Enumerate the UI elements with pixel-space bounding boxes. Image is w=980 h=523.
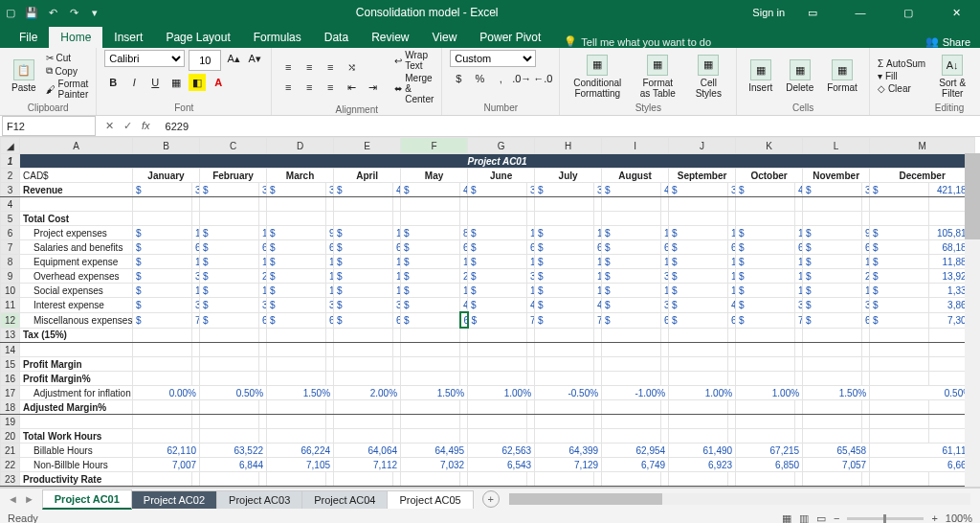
zoom-in-icon[interactable]: + — [931, 512, 937, 523]
tab-nav-prev-icon[interactable]: ◄ — [8, 493, 18, 505]
col-header-I[interactable]: I — [602, 138, 669, 154]
row-header[interactable]: 16 — [1, 372, 20, 386]
sort-filter-button[interactable]: A↓Sort & Filter — [931, 53, 973, 101]
paste-button[interactable]: 📋Paste — [8, 57, 40, 95]
formula-bar-value[interactable]: 6229 — [166, 121, 980, 132]
row-header[interactable]: 2 — [1, 169, 20, 183]
sheet-tab-ac01[interactable]: Project AC01 — [42, 489, 132, 510]
align-center-icon[interactable]: ≡ — [301, 79, 318, 96]
fx-icon[interactable]: fx — [142, 120, 150, 132]
col-header-B[interactable]: B — [133, 138, 200, 154]
tab-power-pivot[interactable]: Power Pivot — [468, 27, 552, 48]
align-middle-icon[interactable]: ≡ — [301, 58, 318, 76]
autosum-button[interactable]: ΣAutoSum — [878, 58, 925, 69]
sheet-tab-ac04[interactable]: Project AC04 — [301, 490, 388, 509]
col-header-D[interactable]: D — [267, 138, 334, 154]
close-button[interactable]: ✕ — [936, 0, 976, 25]
row-header[interactable]: 17 — [1, 386, 20, 400]
clear-button[interactable]: ◇Clear — [878, 83, 925, 94]
row-header[interactable]: 15 — [1, 357, 20, 372]
decrease-indent-icon[interactable]: ⇤ — [343, 79, 360, 96]
row-header[interactable]: 14 — [1, 343, 20, 357]
row-header[interactable]: 13 — [1, 328, 20, 343]
orientation-icon[interactable]: ⤭ — [343, 58, 360, 76]
name-box[interactable]: F12 — [2, 116, 96, 136]
border-button[interactable]: ▦ — [167, 74, 185, 91]
format-painter-button[interactable]: 🖌Format Painter — [46, 79, 89, 100]
insert-cells-button[interactable]: ▦Insert — [745, 57, 776, 95]
row-header[interactable]: 11 — [1, 298, 20, 313]
format-cells-button[interactable]: ▦Format — [823, 57, 861, 95]
font-name-select[interactable]: Calibri — [104, 50, 185, 67]
row-header[interactable]: 8 — [1, 255, 20, 269]
tab-page-layout[interactable]: Page Layout — [154, 27, 241, 48]
copy-button[interactable]: ⧉Copy — [46, 65, 89, 77]
merge-center-button[interactable]: ⬌Merge & Center — [394, 73, 434, 104]
col-header-A[interactable]: A — [20, 138, 133, 154]
row-header[interactable]: 19 — [1, 415, 20, 429]
align-right-icon[interactable]: ≡ — [322, 79, 339, 96]
percent-icon[interactable]: % — [471, 70, 488, 87]
tab-formulas[interactable]: Formulas — [242, 27, 313, 48]
tell-me-search[interactable]: 💡 Tell me what you want to do — [564, 35, 711, 48]
sheet-tab-ac03[interactable]: Project AC03 — [216, 490, 302, 509]
row-header[interactable]: 9 — [1, 269, 20, 284]
zoom-slider[interactable] — [847, 517, 924, 520]
maximize-button[interactable]: ▢ — [888, 0, 928, 25]
sheet-tab-ac05[interactable]: Project AC05 — [387, 490, 473, 509]
row-header[interactable]: 4 — [1, 197, 20, 212]
vertical-scrollbar[interactable] — [965, 153, 980, 487]
font-size-input[interactable] — [189, 50, 221, 71]
col-header-E[interactable]: E — [334, 138, 401, 154]
redo-icon[interactable]: ↷ — [67, 6, 80, 19]
col-header-H[interactable]: H — [535, 138, 602, 154]
conditional-formatting-button[interactable]: ▦Conditional Formatting — [568, 53, 627, 101]
bold-button[interactable]: B — [104, 74, 122, 91]
new-sheet-button[interactable]: + — [482, 490, 500, 508]
col-header-C[interactable]: C — [200, 138, 267, 154]
tab-home[interactable]: Home — [49, 27, 102, 48]
ribbon-options-icon[interactable]: ▭ — [792, 0, 833, 25]
minimize-button[interactable]: — — [840, 0, 880, 25]
tab-nav-next-icon[interactable]: ► — [24, 493, 34, 505]
horizontal-scrollbar[interactable] — [509, 493, 970, 505]
currency-icon[interactable]: $ — [450, 70, 467, 87]
tab-review[interactable]: Review — [360, 27, 420, 48]
increase-indent-icon[interactable]: ⇥ — [364, 79, 381, 96]
row-header[interactable]: 22 — [1, 458, 20, 472]
col-header-K[interactable]: K — [736, 138, 803, 154]
align-left-icon[interactable]: ≡ — [279, 79, 297, 96]
autosave-icon[interactable]: ▢ — [4, 6, 17, 19]
row-header[interactable]: 7 — [1, 240, 20, 255]
row-header[interactable]: 5 — [1, 212, 20, 226]
view-page-icon[interactable]: ▥ — [799, 512, 809, 524]
row-header[interactable]: 6 — [1, 226, 20, 240]
decrease-decimal-icon[interactable]: ←.0 — [534, 70, 551, 87]
italic-button[interactable]: I — [125, 74, 143, 91]
tab-view[interactable]: View — [421, 27, 469, 48]
signin-link[interactable]: Sign in — [752, 7, 785, 18]
col-header-M[interactable]: M — [870, 138, 975, 154]
row-header[interactable]: 1 — [1, 154, 20, 169]
share-button[interactable]: 👥 Share — [925, 35, 970, 48]
format-as-table-button[interactable]: ▦Format as Table — [633, 53, 682, 101]
row-header[interactable]: 24 — [1, 487, 20, 489]
row-header[interactable]: 20 — [1, 429, 20, 443]
col-header-L[interactable]: L — [803, 138, 870, 154]
cut-button[interactable]: ✂Cut — [46, 53, 89, 63]
spreadsheet-grid[interactable]: ◢ABCDEFGHIJKLMN 1Project AC012CAD$Januar… — [0, 137, 975, 488]
tab-data[interactable]: Data — [313, 27, 360, 48]
zoom-level[interactable]: 100% — [946, 512, 972, 523]
cell-styles-button[interactable]: ▦Cell Styles — [688, 53, 728, 101]
zoom-out-icon[interactable]: − — [834, 512, 839, 523]
qat-customize-icon[interactable]: ▾ — [88, 6, 101, 19]
view-normal-icon[interactable]: ▦ — [782, 512, 791, 524]
underline-button[interactable]: U — [146, 74, 164, 91]
row-header[interactable]: 12 — [1, 312, 20, 328]
comma-icon[interactable]: , — [492, 70, 509, 87]
increase-decimal-icon[interactable]: .0→ — [513, 70, 530, 87]
tab-file[interactable]: File — [8, 27, 49, 48]
row-header[interactable]: 21 — [1, 443, 20, 458]
row-header[interactable]: 10 — [1, 284, 20, 298]
wrap-text-button[interactable]: ↩Wrap Text — [394, 50, 434, 71]
